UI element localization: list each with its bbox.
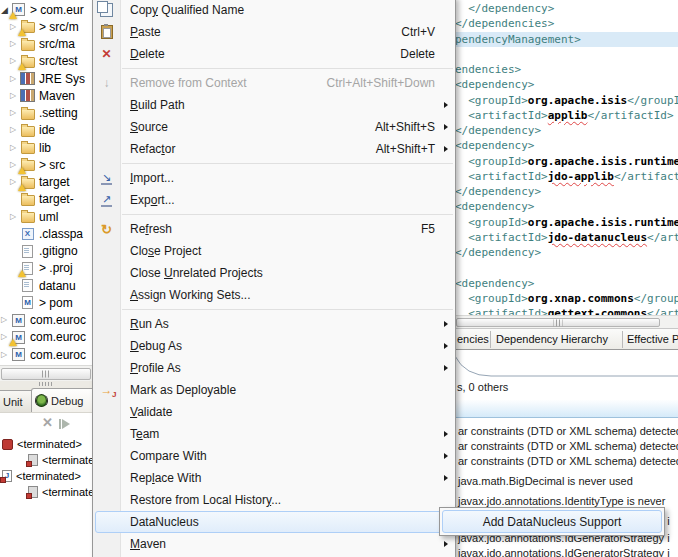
menu-item-mark-as-deployable[interactable]: →Mark as Deployable <box>93 379 455 401</box>
debug-launch-item[interactable]: <terminated> <box>2 469 81 483</box>
tree-item[interactable]: ◢> com.eur <box>1 1 84 18</box>
menu-item-export[interactable]: ↗Export... <box>93 189 455 211</box>
debug-launch-item[interactable]: <terminated> <box>2 437 82 451</box>
problem-row[interactable]: ar constraints (DTD or XML schema) detec… <box>458 455 678 468</box>
menu-item-close-project[interactable]: Close Project <box>93 240 455 262</box>
menu-item-add-datanucleus-support[interactable]: Add DataNucleus Support <box>442 510 662 533</box>
code-line[interactable]: <dependency> <box>455 138 678 153</box>
code-line[interactable]: <artifactId>jdo-applib</artifactId> <box>455 169 678 184</box>
menu-item-build-path[interactable]: Build Path <box>93 94 455 116</box>
menu-item-debug-as[interactable]: Debug As <box>93 335 455 357</box>
scrollbar-thumb[interactable] <box>1 368 91 380</box>
debug-launch-item[interactable]: <terminate <box>28 485 94 499</box>
tree-item[interactable]: ▷> src/m <box>10 18 79 35</box>
tree-item[interactable]: ▷JRE Sys <box>10 70 85 87</box>
menu-item-replace-with[interactable]: Replace With <box>93 467 455 489</box>
submenu-arrow-icon <box>444 321 448 327</box>
xml-tag: </dependencies> <box>455 17 554 30</box>
editor-tab-effective-p[interactable]: Effective P <box>627 333 678 345</box>
tree-item[interactable]: ▷Maven <box>10 87 75 104</box>
debug-launch-item[interactable]: <terminate <box>28 453 94 467</box>
menu-item-close-unrelated-projects[interactable]: Close Unrelated Projects <box>93 262 455 284</box>
problems-column-header[interactable] <box>455 400 678 418</box>
tree-item[interactable]: ▷com.euroc <box>1 312 86 329</box>
debug-view: Unit Debug ✕ <terminated><terminate<term… <box>0 387 92 557</box>
tree-item[interactable]: ▷target <box>10 174 70 191</box>
code-line[interactable]: <groupId>org.apache.isis.runtimes <box>455 215 678 230</box>
tree-item[interactable]: datanu <box>10 277 76 294</box>
collapsed-arrow-icon[interactable]: ▷ <box>10 108 20 118</box>
scrollbar-thumb[interactable] <box>456 318 660 327</box>
tree-item[interactable]: > pom <box>10 294 73 311</box>
package-explorer-tree[interactable]: ◢> com.eur▷> src/m▷src/ma▷src/test▷JRE S… <box>0 0 92 365</box>
menu-item-compare-with[interactable]: Compare With <box>93 445 455 467</box>
code-line[interactable]: pendencyManagement> <box>455 32 678 47</box>
collapsed-arrow-icon[interactable]: ▷ <box>10 143 20 153</box>
pom-xml-editor[interactable]: </dependency></dependencies>pendencyMana… <box>455 0 678 316</box>
problem-row[interactable]: java.math.BigDecimal is never used <box>458 475 633 488</box>
collapsed-arrow-icon[interactable]: ▷ <box>10 39 20 49</box>
code-line[interactable] <box>455 47 678 62</box>
code-line[interactable]: <artifactId>applib</artifactId> <box>455 108 678 123</box>
tree-item[interactable]: .gitigno <box>10 243 78 260</box>
menu-item-label: Mark as Deployable <box>130 383 236 397</box>
menu-item-profile-as[interactable]: Profile As <box>93 357 455 379</box>
menu-item-paste[interactable]: PasteCtrl+V <box>93 21 455 43</box>
menu-item-assign-working-sets[interactable]: Assign Working Sets... <box>93 284 455 306</box>
collapsed-arrow-icon[interactable]: ▷ <box>1 315 11 325</box>
tree-item[interactable]: ▷com.euroc <box>1 329 86 346</box>
code-line[interactable]: <groupId>org.apache.isis.runtimes <box>455 154 678 169</box>
menu-item-refresh[interactable]: ↻RefreshF5 <box>93 218 455 240</box>
code-line[interactable]: <groupId>org.xnap.commons</groupId> <box>455 291 678 306</box>
tree-horizontal-scrollbar[interactable] <box>0 365 92 382</box>
tree-item[interactable]: > .proj <box>10 260 73 277</box>
collapsed-arrow-icon[interactable]: ▷ <box>10 212 20 222</box>
collapsed-arrow-icon[interactable]: ▷ <box>10 125 20 135</box>
tab-debug[interactable]: Debug <box>31 388 101 412</box>
tree-item[interactable]: ▷uml <box>10 208 58 225</box>
tree-item[interactable]: ▷com.euroc <box>1 346 86 363</box>
collapsed-arrow-icon[interactable]: ▷ <box>10 91 20 101</box>
tree-item[interactable]: ▷> src <box>10 156 65 173</box>
menu-item-import[interactable]: ↘Import... <box>93 167 455 189</box>
menu-item-datanucleus[interactable]: DataNucleus <box>93 511 455 533</box>
code-line[interactable] <box>455 260 678 275</box>
resume-icon[interactable] <box>62 419 70 429</box>
code-line[interactable]: </dependency> <box>455 245 678 260</box>
code-line[interactable]: <dependency> <box>455 199 678 214</box>
tree-item[interactable]: target- <box>10 191 74 208</box>
tree-item[interactable]: ▷src/ma <box>10 36 75 53</box>
terminate-icon[interactable]: ✕ <box>42 415 53 430</box>
collapsed-arrow-icon[interactable]: ▷ <box>10 74 20 84</box>
problem-row[interactable]: javax.jdo.annotations.IdGeneratorStrateg… <box>458 547 670 557</box>
menu-item-maven[interactable]: Maven <box>93 533 455 555</box>
editor-tab-encies[interactable]: encies <box>457 333 489 345</box>
editor-horizontal-scrollbar[interactable] <box>455 315 678 329</box>
problem-row[interactable]: ar constraints (DTD or XML schema) detec… <box>458 425 678 438</box>
code-line[interactable]: <dependency> <box>455 77 678 92</box>
menu-item-copy-qualified-name[interactable]: Copy Qualified Name <box>93 0 455 21</box>
menu-item-restore-from-local-history[interactable]: Restore from Local History... <box>93 489 455 511</box>
menu-item-source[interactable]: SourceAlt+Shift+S <box>93 116 455 138</box>
tree-item[interactable]: ▷ide <box>10 122 55 139</box>
code-line[interactable]: <dependency> <box>455 276 678 291</box>
code-line[interactable]: </dependencies> <box>455 16 678 31</box>
menu-item-validate[interactable]: Validate <box>93 401 455 423</box>
editor-tab-dependency-hierarchy[interactable]: Dependency Hierarchy <box>496 333 608 345</box>
code-line[interactable]: </dependency> <box>455 1 678 16</box>
tree-item[interactable]: .classpa <box>10 225 83 242</box>
tree-item[interactable]: ▷.setting <box>10 105 78 122</box>
tree-item[interactable]: ▷src/test <box>10 53 78 70</box>
code-line[interactable]: <groupId>org.apache.isis</groupId> <box>455 93 678 108</box>
menu-item-refactor[interactable]: RefactorAlt+Shift+T <box>93 138 455 160</box>
menu-item-delete[interactable]: ✕DeleteDelete <box>93 43 455 65</box>
tree-item[interactable]: ▷lib <box>10 139 51 156</box>
code-line[interactable]: endencies> <box>455 62 678 77</box>
menu-item-run-as[interactable]: Run As <box>93 313 455 335</box>
code-line[interactable]: </dependency> <box>455 184 678 199</box>
code-line[interactable]: </dependency> <box>455 123 678 138</box>
code-line[interactable]: <artifactId>jdo-datanucleus</artifactId> <box>455 230 678 245</box>
menu-item-team[interactable]: Team <box>93 423 455 445</box>
problem-row[interactable]: ar constraints (DTD or XML schema) detec… <box>458 440 678 453</box>
collapsed-arrow-icon[interactable]: ▷ <box>1 350 11 360</box>
